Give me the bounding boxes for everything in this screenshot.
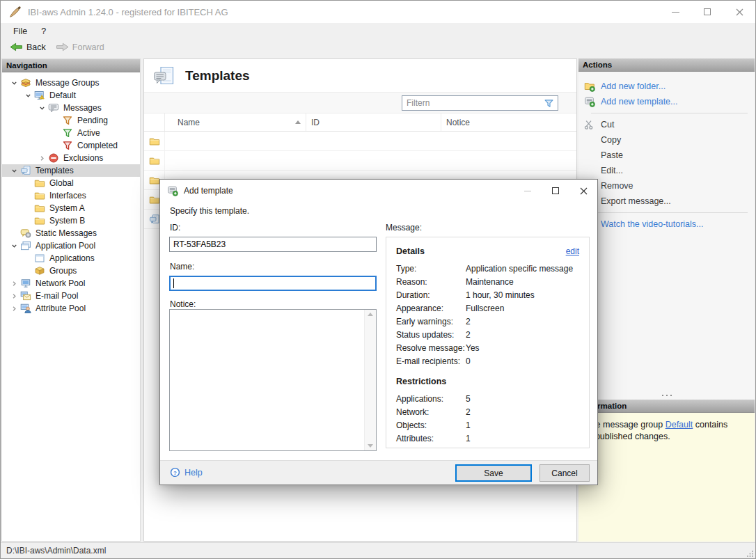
nav-item-default[interactable]: Default [2,89,140,102]
maximize-button[interactable] [691,1,723,23]
detail-row: Attributes:1 [396,432,579,445]
nav-item-global[interactable]: Global [2,177,140,189]
column-notice[interactable]: Notice [441,113,576,131]
add-folder-icon [584,81,595,92]
action-watch-the-video-tutorials[interactable]: Watch the video-tutorials... [578,216,755,232]
nav-item-interfaces[interactable]: Interfaces [2,189,140,202]
notice-scrollbar[interactable] [364,310,376,450]
dialog-title-bar: Add template [160,180,597,202]
nav-item-label: Completed [77,141,118,150]
menu-help[interactable]: ? [34,23,53,39]
nav-item-label: Messages [63,103,102,113]
forward-label: Forward [72,42,104,52]
funnel-orange-icon [62,115,73,126]
minimize-button[interactable] [659,1,691,23]
nav-item-pending[interactable]: Pending [2,114,140,127]
detail-row: Type:Application specific message [396,262,579,275]
action-cut[interactable]: Cut [578,117,755,132]
notice-label: Notice: [170,299,196,309]
navigation-header: Navigation [2,59,140,72]
chevron-right-icon[interactable] [36,155,48,162]
folder-icon [34,215,45,226]
cancel-button[interactable]: Cancel [540,464,590,482]
action-label: Add new folder... [601,81,666,91]
nav-item-network-pool[interactable]: Network Pool [2,277,140,290]
edit-link[interactable]: edit [566,246,579,256]
nav-item-active[interactable]: Active [2,127,140,139]
table-row[interactable] [144,151,576,171]
nav-item-label: Network Pool [36,278,85,288]
detail-value: Maintenance [466,277,514,287]
id-input[interactable] [169,237,377,252]
resize-grip[interactable] [747,550,754,557]
column-name[interactable]: Name [165,113,306,131]
nav-item-completed[interactable]: Completed [2,139,140,152]
email-pool-icon [20,290,31,301]
templates-page-icon [153,66,175,86]
add-template-dialog: Add template Specify this template. ID: … [159,179,598,485]
details-rows: Type:Application specific messageReason:… [396,262,579,368]
forward-button[interactable]: Forward [51,39,109,55]
nav-item-application-pool[interactable]: Application Pool [2,239,140,252]
dialog-close-button[interactable] [569,180,597,202]
nav-item-groups[interactable]: Groups [2,265,140,277]
action-label: Cut [601,120,614,129]
panel-splitter-grip[interactable] [578,393,755,397]
chevron-down-icon[interactable] [8,80,20,86]
page-heading: Templates [144,59,576,92]
back-button[interactable]: Back [5,39,51,55]
nav-item-static-messages[interactable]: Static Messages [2,227,140,239]
back-arrow-icon [10,42,23,52]
chevron-down-icon[interactable] [36,105,48,111]
nav-item-attribute-pool[interactable]: Attribute Pool [2,302,140,315]
page-title: Templates [185,68,250,84]
notice-textarea[interactable] [169,309,377,451]
nav-item-messages[interactable]: Messages [2,102,140,114]
nav-item-system-a[interactable]: System A [2,202,140,214]
status-bar: D:\IBI-aws\Admin\Data.xml [1,542,755,558]
chevron-right-icon[interactable] [8,306,20,312]
nav-item-label: Applications [49,253,95,263]
chevron-right-icon[interactable] [8,293,20,299]
chevron-right-icon[interactable] [8,281,20,287]
scroll-down-icon[interactable] [368,444,373,448]
nav-item-label: System B [49,216,85,226]
detail-row: Early warnings:2 [396,315,579,328]
nav-item-applications[interactable]: Applications [2,252,140,265]
detail-key: E-mail recipients: [396,356,466,366]
action-add-new-folder[interactable]: Add new folder... [578,79,755,94]
name-input[interactable] [169,276,377,291]
column-name-label: Name [178,118,200,127]
chevron-down-icon[interactable] [8,168,20,174]
filter-input[interactable] [402,96,544,110]
detail-value: 2 [466,317,471,326]
action-paste[interactable]: Paste [578,148,755,163]
action-export-message[interactable]: Export message... [578,194,755,209]
scroll-up-icon[interactable] [368,313,373,316]
nav-item-templates[interactable]: Templates [2,164,140,177]
help-link[interactable]: ? Help [170,467,203,478]
nav-item-system-b[interactable]: System B [2,214,140,227]
nav-item-exclusions[interactable]: Exclusions [2,152,140,164]
default-group-link[interactable]: Default [666,420,693,430]
detail-value: 5 [466,394,471,404]
filter-funnel-icon[interactable] [544,98,554,109]
message-summary-box: Details edit Type:Application specific m… [386,237,590,448]
dialog-maximize-button[interactable] [542,180,569,202]
chevron-down-icon[interactable] [22,93,34,99]
table-row[interactable] [144,132,576,151]
column-id[interactable]: ID [306,113,441,131]
nav-item-e-mail-pool[interactable]: E-mail Pool [2,290,140,302]
dialog-footer: ? Help Save Cancel [160,460,597,485]
action-copy[interactable]: Copy [578,132,755,148]
action-add-new-template[interactable]: Add new template... [578,94,755,109]
action-edit[interactable]: Edit... [578,163,755,178]
save-button[interactable]: Save [455,464,532,482]
chevron-down-icon[interactable] [8,243,20,249]
nav-item-label: Groups [49,266,77,276]
action-remove[interactable]: Remove [578,178,755,194]
text-caret [173,278,174,288]
menu-file[interactable]: File [6,23,34,39]
nav-item-message-groups[interactable]: Message Groups [2,77,140,89]
close-button[interactable] [723,1,755,23]
